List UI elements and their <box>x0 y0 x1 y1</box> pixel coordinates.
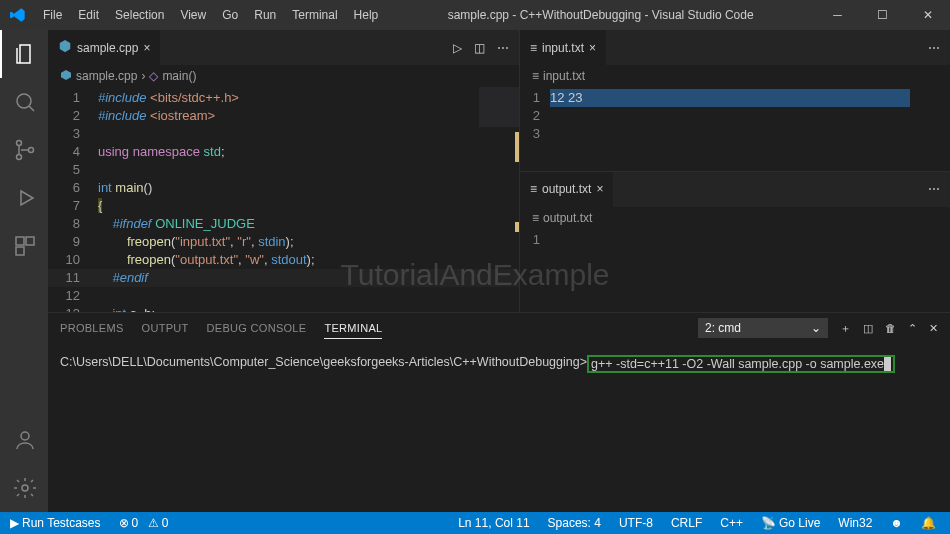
panel-tab-terminal[interactable]: TERMINAL <box>324 318 382 339</box>
code-line[interactable]: 13 int a, b; <box>48 305 519 312</box>
menu-selection[interactable]: Selection <box>107 0 172 30</box>
files-icon[interactable] <box>0 30 48 78</box>
status-encoding[interactable]: UTF-8 <box>615 516 657 530</box>
debug-icon[interactable] <box>0 174 48 222</box>
code-line[interactable]: 5 <box>48 161 519 179</box>
warning-count: 0 <box>162 516 169 530</box>
code-line[interactable]: 11 #endif <box>48 269 519 287</box>
svg-rect-6 <box>16 247 24 255</box>
status-indent[interactable]: Spaces: 4 <box>544 516 605 530</box>
close-icon[interactable]: × <box>589 41 596 55</box>
panel-tab-problems[interactable]: PROBLEMS <box>60 318 124 338</box>
editor-group-side: ≡ input.txt × ⋯ ≡ input.txt 112 2323 <box>520 30 950 312</box>
split-terminal-icon[interactable]: ◫ <box>863 322 873 335</box>
svg-rect-5 <box>26 237 34 245</box>
account-icon[interactable] <box>0 416 48 464</box>
more-icon[interactable]: ⋯ <box>928 41 940 55</box>
code-line[interactable]: 112 23 <box>520 89 950 107</box>
close-icon[interactable]: × <box>143 41 150 55</box>
status-problems[interactable]: ⊗ 0 ⚠ 0 <box>115 516 173 530</box>
minimap[interactable] <box>479 87 519 127</box>
svg-point-3 <box>29 148 34 153</box>
menu-edit[interactable]: Edit <box>70 0 107 30</box>
terminal[interactable]: C:\Users\DELL\Documents\Computer_Science… <box>48 343 950 512</box>
menu-go[interactable]: Go <box>214 0 246 30</box>
breadcrumb[interactable]: ≡ output.txt <box>520 207 950 229</box>
method-icon: ◇ <box>149 69 158 83</box>
window-controls: ─ ☐ ✕ <box>815 0 950 30</box>
status-eol[interactable]: CRLF <box>667 516 706 530</box>
tab-label: sample.cpp <box>77 41 138 55</box>
trash-icon[interactable]: 🗑 <box>885 322 896 334</box>
new-terminal-icon[interactable]: ＋ <box>840 321 851 336</box>
chevron-right-icon: › <box>141 69 145 83</box>
chevron-down-icon: ⌄ <box>811 321 821 335</box>
source-control-icon[interactable] <box>0 126 48 174</box>
maximize-button[interactable]: ☐ <box>860 0 905 30</box>
svg-point-1 <box>17 141 22 146</box>
tab-input-txt[interactable]: ≡ input.txt × <box>520 30 606 65</box>
code-line[interactable]: 6int main() <box>48 179 519 197</box>
code-line[interactable]: 12 <box>48 287 519 305</box>
code-line[interactable]: 8 #ifndef ONLINE_JUDGE <box>48 215 519 233</box>
extensions-icon[interactable] <box>0 222 48 270</box>
settings-gear-icon[interactable] <box>0 464 48 512</box>
menu-run[interactable]: Run <box>246 0 284 30</box>
code-line[interactable]: 1#include <bits/stdc++.h> <box>48 89 519 107</box>
editor-group-main: sample.cpp × ▷ ◫ ⋯ sample.cpp › ◇ main() <box>48 30 520 312</box>
status-bell-icon[interactable]: 🔔 <box>917 516 940 530</box>
terminal-selector[interactable]: 2: cmd ⌄ <box>698 318 828 338</box>
close-button[interactable]: ✕ <box>905 0 950 30</box>
code-line[interactable]: 9 freopen("input.txt", "r", stdin); <box>48 233 519 251</box>
status-cursor-position[interactable]: Ln 11, Col 11 <box>454 516 533 530</box>
tab-label: input.txt <box>542 41 584 55</box>
code-editor[interactable]: 1#include <bits/stdc++.h>2#include <iost… <box>48 87 519 312</box>
minimize-button[interactable]: ─ <box>815 0 860 30</box>
panel-tab-output[interactable]: OUTPUT <box>142 318 189 338</box>
svg-point-2 <box>17 155 22 160</box>
code-editor-output[interactable]: 1 <box>520 229 950 313</box>
status-run-testcases[interactable]: ▶ Run Testcases <box>6 516 105 530</box>
svg-point-0 <box>17 94 31 108</box>
tab-output-txt[interactable]: ≡ output.txt × <box>520 172 613 207</box>
code-line[interactable]: 3 <box>520 125 950 143</box>
more-icon[interactable]: ⋯ <box>928 182 940 196</box>
menu-help[interactable]: Help <box>346 0 387 30</box>
run-icon[interactable]: ▷ <box>453 41 462 55</box>
activity-bar <box>0 30 48 512</box>
breadcrumb[interactable]: sample.cpp › ◇ main() <box>48 65 519 87</box>
code-editor-input[interactable]: 112 2323 <box>520 87 950 171</box>
breadcrumb[interactable]: ≡ input.txt <box>520 65 950 87</box>
status-os[interactable]: Win32 <box>834 516 876 530</box>
code-line[interactable]: 4using namespace std; <box>48 143 519 161</box>
tab-sample-cpp[interactable]: sample.cpp × <box>48 30 160 65</box>
menu-terminal[interactable]: Terminal <box>284 0 345 30</box>
close-icon[interactable]: × <box>596 182 603 196</box>
run-testcases-label: Run Testcases <box>22 516 101 530</box>
vscode-logo-icon <box>0 7 35 23</box>
text-file-icon: ≡ <box>530 41 537 55</box>
breadcrumb-file: output.txt <box>543 211 592 225</box>
svg-rect-4 <box>16 237 24 245</box>
menu-view[interactable]: View <box>172 0 214 30</box>
panel-tabs: PROBLEMSOUTPUTDEBUG CONSOLETERMINAL 2: c… <box>48 313 950 343</box>
code-line[interactable]: 3 <box>48 125 519 143</box>
status-go-live[interactable]: 📡 Go Live <box>757 516 824 530</box>
more-icon[interactable]: ⋯ <box>497 41 509 55</box>
close-panel-icon[interactable]: ✕ <box>929 322 938 335</box>
code-line[interactable]: 2 <box>520 107 950 125</box>
maximize-panel-icon[interactable]: ⌃ <box>908 322 917 335</box>
search-icon[interactable] <box>0 78 48 126</box>
code-line[interactable]: 10 freopen("output.txt", "w", stdout); <box>48 251 519 269</box>
split-editor-icon[interactable]: ◫ <box>474 41 485 55</box>
svg-point-7 <box>21 432 29 440</box>
error-count: 0 <box>132 516 139 530</box>
status-feedback-icon[interactable]: ☻ <box>886 516 907 530</box>
menu-file[interactable]: File <box>35 0 70 30</box>
code-line[interactable]: 7{ <box>48 197 519 215</box>
status-language[interactable]: C++ <box>716 516 747 530</box>
panel-tab-debug-console[interactable]: DEBUG CONSOLE <box>207 318 307 338</box>
code-line[interactable]: 2#include <iostream> <box>48 107 519 125</box>
code-line[interactable]: 1 <box>520 231 950 249</box>
tab-label: output.txt <box>542 182 591 196</box>
